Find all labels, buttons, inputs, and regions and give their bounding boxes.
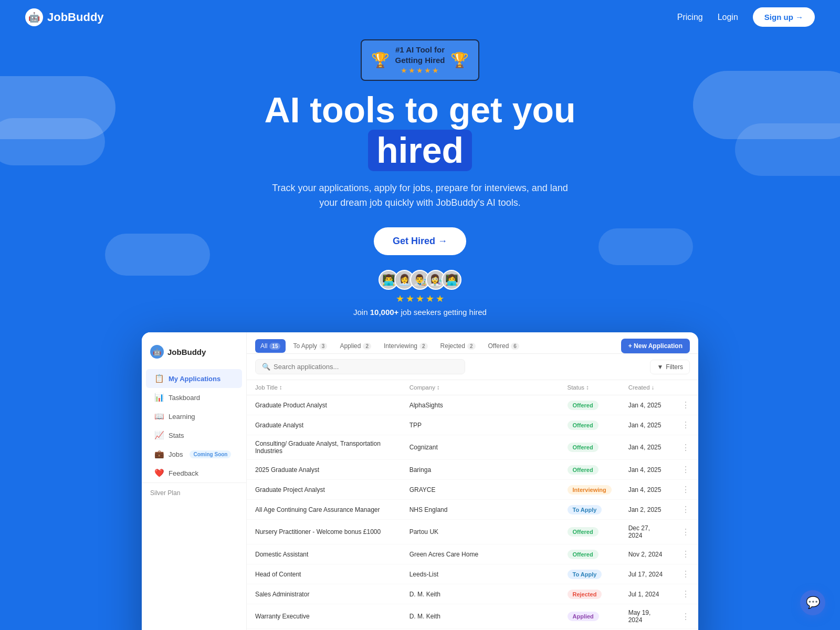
cell-title: Head of Content: [247, 564, 401, 584]
sidebar-item-stats[interactable]: 📈 Stats: [146, 426, 242, 445]
cell-more[interactable]: ⋮: [673, 415, 698, 435]
sidebar-label-taskboard: Taskboard: [169, 394, 200, 402]
cell-more[interactable]: ⋮: [673, 435, 698, 460]
more-options-icon[interactable]: ⋮: [681, 527, 690, 537]
cell-title: Graduate Project Analyst: [247, 480, 401, 500]
award-badge: 🏆 #1 AI Tool for Getting Hired ★★★★★ 🏆: [361, 39, 479, 81]
more-options-icon[interactable]: ⋮: [681, 400, 690, 410]
taskboard-icon: 📊: [154, 393, 164, 402]
tab-interviewing[interactable]: Interviewing 2: [379, 339, 433, 353]
avatar: 👩‍💻: [442, 270, 461, 290]
col-status[interactable]: Status ↕: [559, 380, 620, 395]
col-actions: [673, 380, 698, 395]
col-title[interactable]: Job Title ↕: [247, 380, 401, 395]
tab-offered[interactable]: Offered 6: [483, 339, 524, 353]
cell-more[interactable]: ⋮: [673, 395, 698, 415]
search-input[interactable]: [274, 363, 458, 371]
cell-company: NHS England: [401, 500, 559, 520]
feedback-icon: ❤️: [154, 468, 164, 478]
sidebar: 🤖 JobBuddy 📋 My Applications 📊 Taskboard…: [142, 332, 247, 630]
col-company[interactable]: Company ↕: [401, 380, 559, 395]
cell-company: Leeds-List: [401, 564, 559, 584]
more-options-icon[interactable]: ⋮: [681, 569, 690, 579]
cell-more[interactable]: ⋮: [673, 544, 698, 564]
cell-created: Jan 4, 2025: [620, 435, 673, 460]
table-row[interactable]: Warranty Executive D. M. Keith Applied M…: [247, 604, 698, 629]
table-row[interactable]: Domestic Assistant Green Acres Care Home…: [247, 544, 698, 564]
table-wrap: Job Title ↕ Company ↕ Status ↕ Created ↓…: [247, 380, 698, 630]
filters-button[interactable]: ▼ Filters: [650, 360, 690, 374]
nav-login[interactable]: Login: [718, 13, 738, 22]
avatar-group: 👨‍💻 👩‍💼 👨‍🎨 👩‍🔬 👩‍💻: [379, 270, 461, 290]
table-row[interactable]: Graduate Analyst TPP Offered Jan 4, 2025…: [247, 415, 698, 435]
nav-pricing[interactable]: Pricing: [677, 13, 703, 22]
cell-title: Graduate Product Analyst: [247, 395, 401, 415]
sidebar-item-learning[interactable]: 📖 Learning: [146, 407, 242, 426]
tab-applied[interactable]: Applied 2: [334, 339, 376, 353]
sidebar-item-jobs[interactable]: 💼 Jobs Coming Soon: [146, 445, 242, 464]
tab-rejected-count: 2: [467, 343, 476, 350]
cell-status: Offered: [559, 460, 620, 480]
tab-all-count: 15: [269, 343, 280, 350]
more-options-icon[interactable]: ⋮: [681, 612, 690, 622]
cell-title: Domestic Assistant: [247, 544, 401, 564]
table-row[interactable]: Graduate Project Analyst GRAYCE Intervie…: [247, 480, 698, 500]
cell-more[interactable]: ⋮: [673, 500, 698, 520]
cell-title: Graduate Analyst: [247, 415, 401, 435]
cell-company: D. M. Keith: [401, 584, 559, 604]
tabs-row: All 15 To Apply 3 Applied 2 Interviewing…: [247, 332, 698, 354]
tab-to-apply[interactable]: To Apply 3: [288, 339, 332, 353]
dashboard-preview: 🤖 JobBuddy 📋 My Applications 📊 Taskboard…: [131, 332, 709, 630]
cell-more[interactable]: ⋮: [673, 520, 698, 544]
get-hired-button[interactable]: Get Hired →: [374, 227, 466, 255]
cell-created: May 19, 2024: [620, 604, 673, 629]
tab-all[interactable]: All 15: [255, 339, 286, 353]
cell-company: Baringa: [401, 460, 559, 480]
table-row[interactable]: Consulting/ Graduate Analyst, Transporta…: [247, 435, 698, 460]
plan-label: Silver Plan: [150, 489, 180, 497]
cell-created: Jan 4, 2025: [620, 415, 673, 435]
cell-company: GRAYCE: [401, 480, 559, 500]
rating-stars: ★★★★★: [396, 293, 444, 304]
table-row[interactable]: Sales Administrator D. M. Keith Rejected…: [247, 584, 698, 604]
cell-more[interactable]: ⋮: [673, 584, 698, 604]
tab-interviewing-count: 2: [419, 343, 428, 350]
more-options-icon[interactable]: ⋮: [681, 420, 690, 430]
stats-icon: 📈: [154, 430, 164, 440]
more-options-icon[interactable]: ⋮: [681, 549, 690, 559]
cell-more[interactable]: ⋮: [673, 480, 698, 500]
cell-more[interactable]: ⋮: [673, 460, 698, 480]
sidebar-item-applications[interactable]: 📋 My Applications: [146, 369, 242, 388]
chat-bubble[interactable]: 💬: [800, 590, 825, 615]
logo-text: JobBuddy: [47, 10, 104, 24]
tab-rejected[interactable]: Rejected 2: [435, 339, 481, 353]
tab-to-apply-label: To Apply: [293, 342, 317, 350]
more-options-icon[interactable]: ⋮: [681, 443, 690, 453]
more-options-icon[interactable]: ⋮: [681, 505, 690, 514]
hero-subtitle: Track your applications, apply for jobs,…: [268, 181, 572, 211]
table-row[interactable]: All Age Continuing Care Assurance Manage…: [247, 500, 698, 520]
cell-more[interactable]: ⋮: [673, 564, 698, 584]
cell-status: Interviewing: [559, 480, 620, 500]
table-row[interactable]: Head of Content Leeds-List To Apply Jul …: [247, 564, 698, 584]
col-created[interactable]: Created ↓: [620, 380, 673, 395]
search-row: 🔍 ▼ Filters: [247, 354, 698, 380]
cell-more[interactable]: ⋮: [673, 604, 698, 629]
cell-title: Nursery Practitioner - Welcome bonus £10…: [247, 520, 401, 544]
cell-company: AlphaSights: [401, 395, 559, 415]
table-row[interactable]: Graduate Product Analyst AlphaSights Off…: [247, 395, 698, 415]
sidebar-item-taskboard[interactable]: 📊 Taskboard: [146, 388, 242, 407]
cell-created: Jan 4, 2025: [620, 460, 673, 480]
tabs-left: All 15 To Apply 3 Applied 2 Interviewing…: [255, 339, 524, 353]
signup-button[interactable]: Sign up →: [753, 7, 815, 27]
more-options-icon[interactable]: ⋮: [681, 465, 690, 475]
sidebar-item-feedback[interactable]: ❤️ Feedback: [146, 464, 242, 482]
table-row[interactable]: Nursery Practitioner - Welcome bonus £10…: [247, 520, 698, 544]
tab-offered-count: 6: [511, 343, 519, 350]
new-application-button[interactable]: + New Application: [621, 339, 690, 353]
cell-company: Partou UK: [401, 520, 559, 544]
more-options-icon[interactable]: ⋮: [681, 485, 690, 495]
more-options-icon[interactable]: ⋮: [681, 589, 690, 599]
table-row[interactable]: 2025 Graduate Analyst Baringa Offered Ja…: [247, 460, 698, 480]
cell-created: Jan 4, 2025: [620, 395, 673, 415]
